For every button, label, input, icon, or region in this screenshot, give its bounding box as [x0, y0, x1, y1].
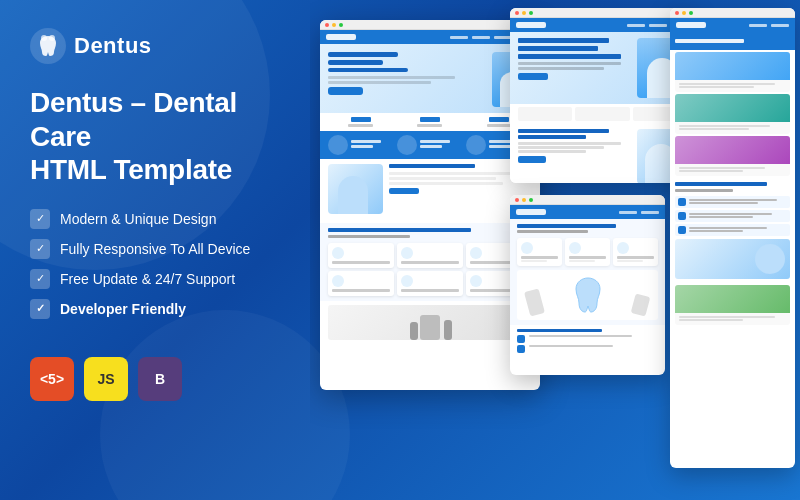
title-line1: Dentus – Dental Care — [30, 87, 237, 152]
tooth-illustration — [568, 273, 608, 318]
html5-badge-label: <5> — [40, 371, 64, 387]
check-icon-3: ✓ — [30, 269, 50, 289]
browser-bar-top — [510, 8, 695, 18]
screenshot-right — [670, 8, 795, 468]
dot-yellow — [332, 23, 336, 27]
page-container: Dentus Dentus – Dental Care HTML Templat… — [0, 0, 800, 500]
sc-nav — [320, 30, 540, 44]
right-panel — [310, 0, 800, 500]
sc-section-care — [320, 159, 540, 223]
tech-badges: <5> JS B — [30, 357, 280, 401]
sc-stats — [320, 113, 540, 131]
javascript-badge: JS — [84, 357, 128, 401]
blog-item-3 — [675, 136, 790, 176]
feature-text-3: Free Update & 24/7 Support — [60, 271, 235, 287]
bs-badge-label: B — [155, 371, 165, 387]
logo-text: Dentus — [74, 33, 152, 59]
sc-nav-logo — [326, 34, 356, 40]
feature-item-3: ✓ Free Update & 24/7 Support — [30, 269, 280, 289]
dot-green — [339, 23, 343, 27]
blog-item-2 — [675, 94, 790, 134]
js-badge-label: JS — [97, 371, 114, 387]
bootstrap-badge: B — [138, 357, 182, 401]
left-panel: Dentus Dentus – Dental Care HTML Templat… — [0, 0, 310, 500]
sc-hero — [320, 44, 540, 113]
main-title: Dentus – Dental Care HTML Template — [30, 86, 280, 187]
sc-why-section — [670, 178, 795, 283]
blog-item-1 — [675, 52, 790, 92]
sc-services — [320, 223, 540, 301]
feature-text-4: Developer Friendly — [60, 301, 186, 317]
dentus-logo-icon — [30, 28, 66, 64]
feature-text-2: Fully Responsive To All Device — [60, 241, 250, 257]
browser-bar-main — [320, 20, 540, 30]
check-icon-1: ✓ — [30, 209, 50, 229]
svg-point-1 — [41, 35, 47, 41]
title-line2: HTML Template — [30, 154, 232, 185]
screenshot-main — [320, 20, 540, 390]
screenshot-bottom — [510, 195, 665, 375]
browser-bar-bottom — [510, 195, 665, 205]
feature-item-4: ✓ Developer Friendly — [30, 299, 280, 319]
check-icon-4: ✓ — [30, 299, 50, 319]
browser-bar-right — [670, 8, 795, 18]
sc-blue-banner — [320, 131, 540, 159]
feature-item-2: ✓ Fully Responsive To All Device — [30, 239, 280, 259]
check-icon-2: ✓ — [30, 239, 50, 259]
feature-text-1: Modern & Unique Design — [60, 211, 216, 227]
features-list: ✓ Modern & Unique Design ✓ Fully Respons… — [30, 209, 280, 329]
logo: Dentus — [30, 28, 280, 64]
sc-why-img — [675, 239, 790, 279]
dot-red — [325, 23, 329, 27]
feature-item-1: ✓ Modern & Unique Design — [30, 209, 280, 229]
blog-item-4 — [675, 285, 790, 325]
svg-point-2 — [49, 35, 55, 41]
screenshot-top — [510, 8, 695, 183]
html5-badge: <5> — [30, 357, 74, 401]
